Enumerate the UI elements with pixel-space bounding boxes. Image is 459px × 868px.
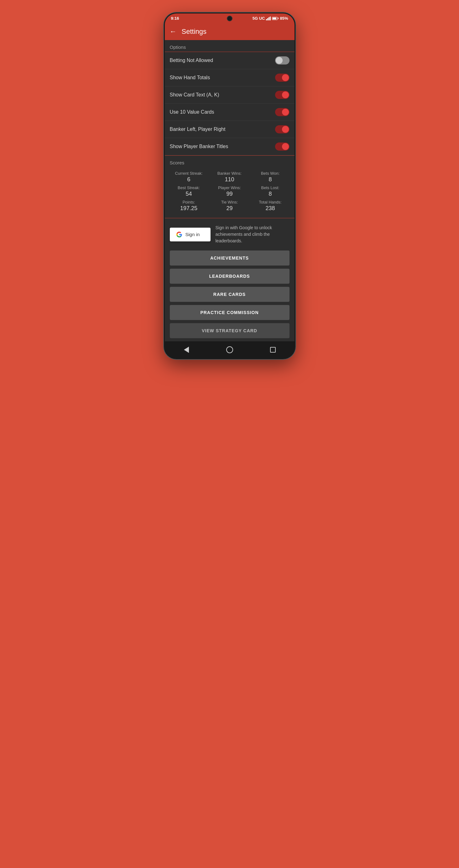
score-tie-wins-value: 29 bbox=[210, 205, 249, 212]
score-current-streak: Current Streak: 6 bbox=[170, 171, 208, 183]
score-player-wins-label: Player Wins: bbox=[210, 185, 249, 190]
back-nav-icon bbox=[184, 347, 189, 353]
phone-device: 9:16 5G UC 85% ← Settings Options bbox=[164, 12, 295, 359]
status-icons: 5G UC 85% bbox=[253, 16, 288, 21]
achievements-button[interactable]: ACHIEVEMENTS bbox=[170, 250, 289, 266]
battery-icon bbox=[272, 17, 279, 20]
option-betting-not-allowed: Betting Not Allowed bbox=[165, 52, 294, 69]
practice-commission-button[interactable]: PRACTICE COMMISSION bbox=[170, 305, 289, 320]
score-banker-wins-value: 110 bbox=[210, 176, 249, 183]
score-best-streak-label: Best Streak: bbox=[170, 185, 208, 190]
back-button[interactable]: ← bbox=[170, 28, 177, 36]
network-label: 5G UC bbox=[253, 16, 265, 21]
score-player-wins-value: 99 bbox=[210, 191, 249, 197]
score-banker-wins-label: Banker Wins: bbox=[210, 171, 249, 176]
toggle-betting[interactable] bbox=[275, 56, 289, 64]
option-label-banker-left: Banker Left, Player Right bbox=[170, 126, 226, 132]
page-title: Settings bbox=[182, 28, 207, 36]
score-current-streak-value: 6 bbox=[170, 176, 208, 183]
option-show-player-banker: Show Player Banker Titles bbox=[165, 138, 294, 155]
score-best-streak: Best Streak: 54 bbox=[170, 185, 208, 197]
option-banker-left: Banker Left, Player Right bbox=[165, 121, 294, 138]
scores-section: Scores Current Streak: 6 Banker Wins: 11… bbox=[165, 156, 294, 218]
google-sign-in-button[interactable]: Sign in bbox=[170, 228, 210, 241]
option-label-betting: Betting Not Allowed bbox=[170, 58, 213, 63]
score-bets-won-value: 8 bbox=[251, 176, 289, 183]
app-header: ← Settings bbox=[165, 23, 294, 40]
score-total-hands-label: Total Hands: bbox=[251, 200, 289, 205]
screen-content: Options Betting Not Allowed Show Hand To… bbox=[165, 40, 294, 341]
score-tie-wins-label: Tie Wins: bbox=[210, 200, 249, 205]
status-bar: 9:16 5G UC 85% bbox=[165, 13, 294, 23]
option-label-card-text: Show Card Text (A, K) bbox=[170, 92, 219, 98]
options-section-header: Options bbox=[165, 40, 294, 52]
recents-nav-icon bbox=[270, 347, 276, 352]
score-player-wins: Player Wins: 99 bbox=[210, 185, 249, 197]
score-bets-lost-value: 8 bbox=[251, 191, 289, 197]
score-banker-wins: Banker Wins: 110 bbox=[210, 171, 249, 183]
toggle-player-banker[interactable] bbox=[275, 143, 289, 151]
recents-nav-button[interactable] bbox=[268, 345, 278, 354]
scores-section-header: Scores bbox=[170, 159, 289, 168]
toggle-10-value[interactable] bbox=[275, 108, 289, 116]
toggle-hand-totals[interactable] bbox=[275, 73, 289, 82]
camera-cutout bbox=[227, 16, 232, 21]
option-show-hand-totals: Show Hand Totals bbox=[165, 69, 294, 86]
battery-percent: 85% bbox=[280, 16, 288, 21]
option-use-10-value: Use 10 Value Cards bbox=[165, 104, 294, 121]
home-nav-icon bbox=[226, 346, 233, 353]
score-points-value: 197.25 bbox=[170, 205, 208, 212]
score-points-label: Points: bbox=[170, 200, 208, 205]
volume-down-button[interactable] bbox=[294, 74, 295, 89]
score-best-streak-value: 54 bbox=[170, 191, 208, 197]
option-label-10-value: Use 10 Value Cards bbox=[170, 109, 214, 115]
score-current-streak-label: Current Streak: bbox=[170, 171, 208, 176]
score-total-hands: Total Hands: 238 bbox=[251, 200, 289, 212]
home-nav-button[interactable] bbox=[225, 345, 234, 354]
back-nav-button[interactable] bbox=[182, 345, 191, 354]
option-label-hand-totals: Show Hand Totals bbox=[170, 75, 210, 81]
scores-grid: Current Streak: 6 Banker Wins: 110 Bets … bbox=[170, 168, 289, 215]
toggle-card-text[interactable] bbox=[275, 91, 289, 99]
score-tie-wins: Tie Wins: 29 bbox=[210, 200, 249, 212]
signal-icon bbox=[266, 17, 271, 20]
option-show-card-text: Show Card Text (A, K) bbox=[165, 86, 294, 104]
sign-in-description: Sign in with Google to unlock achievemen… bbox=[216, 224, 289, 244]
toggle-banker-left[interactable] bbox=[275, 125, 289, 133]
view-strategy-button[interactable]: VIEW STRATEGY CARD bbox=[170, 323, 289, 338]
score-bets-won: Bets Won: 8 bbox=[251, 171, 289, 183]
rare-cards-button[interactable]: RARE CARDS bbox=[170, 287, 289, 302]
action-buttons-container: ACHIEVEMENTS LEADERBOARDS RARE CARDS PRA… bbox=[165, 250, 294, 341]
sign-in-section: Sign in Sign in with Google to unlock ac… bbox=[165, 218, 294, 250]
score-bets-lost-label: Bets Lost: bbox=[251, 185, 289, 190]
score-total-hands-value: 238 bbox=[251, 205, 289, 212]
volume-up-button[interactable] bbox=[294, 57, 295, 71]
time-display: 9:16 bbox=[171, 16, 179, 21]
score-points: Points: 197.25 bbox=[170, 200, 208, 212]
leaderboards-button[interactable]: LEADERBOARDS bbox=[170, 269, 289, 284]
score-bets-won-label: Bets Won: bbox=[251, 171, 289, 176]
option-label-player-banker: Show Player Banker Titles bbox=[170, 144, 228, 149]
sign-in-label: Sign in bbox=[185, 232, 200, 237]
google-logo-icon bbox=[176, 231, 182, 238]
bottom-nav-bar bbox=[165, 341, 294, 358]
score-bets-lost: Bets Lost: 8 bbox=[251, 185, 289, 197]
